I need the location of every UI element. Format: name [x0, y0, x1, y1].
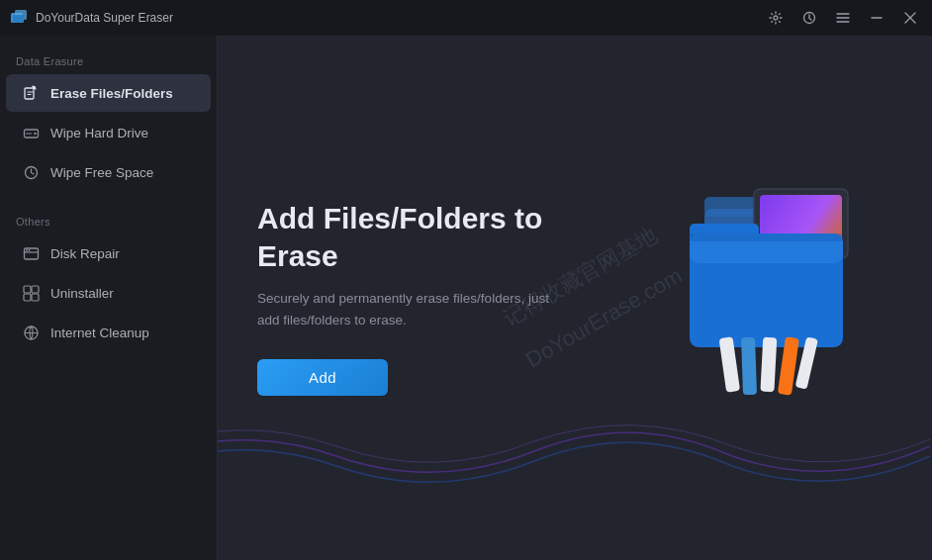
titlebar-left: DoYourData Super Eraser	[10, 9, 173, 27]
svg-rect-29	[690, 233, 843, 241]
sidebar-item-wipe-free-space[interactable]: Wipe Free Space	[6, 153, 211, 191]
sidebar: Data Erasure Erase Files/Folders	[0, 36, 218, 560]
sidebar-item-disk-repair[interactable]: Disk Repair	[6, 234, 211, 272]
internet-cleanup-icon	[22, 324, 40, 341]
sidebar-item-erase-files[interactable]: Erase Files/Folders	[6, 74, 211, 112]
wipe-free-space-icon	[22, 163, 40, 181]
svg-rect-15	[32, 294, 39, 301]
folder-illustration	[635, 179, 892, 417]
sidebar-item-wipe-hard-drive[interactable]: Wipe Hard Drive	[6, 114, 211, 151]
svg-rect-26	[760, 337, 777, 393]
internet-cleanup-label: Internet Cleanup	[50, 326, 149, 340]
minimize-button[interactable]	[863, 4, 890, 32]
disk-repair-label: Disk Repair	[50, 246, 120, 261]
svg-point-3	[774, 16, 778, 20]
history-button[interactable]	[795, 4, 823, 32]
titlebar: DoYourData Super Eraser	[0, 0, 932, 36]
wipe-hard-drive-icon	[22, 124, 40, 141]
svg-point-7	[34, 132, 36, 134]
app-container: Data Erasure Erase Files/Folders	[0, 36, 932, 560]
svg-rect-25	[741, 337, 757, 395]
disk-repair-icon	[22, 244, 40, 262]
svg-point-10	[26, 249, 28, 251]
erase-files-label: Erase Files/Folders	[50, 86, 173, 101]
sidebar-section-others: Others	[0, 208, 217, 233]
main-description: Securely and permanently erase files/fol…	[257, 288, 564, 330]
wipe-hard-drive-label: Wipe Hard Drive	[50, 126, 148, 140]
content-area: Add Files/Folders to Erase Securely and …	[218, 140, 932, 456]
titlebar-controls	[762, 4, 924, 32]
app-logo	[10, 9, 28, 27]
svg-rect-5	[25, 88, 34, 99]
close-button[interactable]	[896, 4, 924, 32]
svg-rect-13	[32, 286, 39, 293]
uninstaller-label: Uninstaller	[50, 286, 114, 301]
main-content: 记得收藏官网基地 DoYourErase.com Add Files/Folde…	[218, 36, 932, 560]
svg-rect-2	[13, 15, 24, 23]
content-text: Add Files/Folders to Erase Securely and …	[257, 200, 596, 395]
wipe-free-space-label: Wipe Free Space	[50, 165, 153, 180]
uninstaller-icon	[22, 284, 40, 302]
sidebar-item-uninstaller[interactable]: Uninstaller	[6, 274, 211, 312]
svg-point-11	[28, 249, 30, 251]
add-button[interactable]: Add	[257, 359, 388, 396]
sidebar-item-internet-cleanup[interactable]: Internet Cleanup	[6, 314, 211, 351]
erase-files-icon	[22, 84, 40, 102]
sidebar-section-data-erasure: Data Erasure	[0, 47, 217, 73]
main-heading: Add Files/Folders to Erase	[257, 200, 596, 274]
svg-rect-14	[24, 294, 31, 301]
menu-button[interactable]	[829, 4, 857, 32]
settings-button[interactable]	[762, 4, 790, 32]
app-title: DoYourData Super Eraser	[36, 11, 173, 25]
svg-rect-12	[24, 286, 31, 293]
